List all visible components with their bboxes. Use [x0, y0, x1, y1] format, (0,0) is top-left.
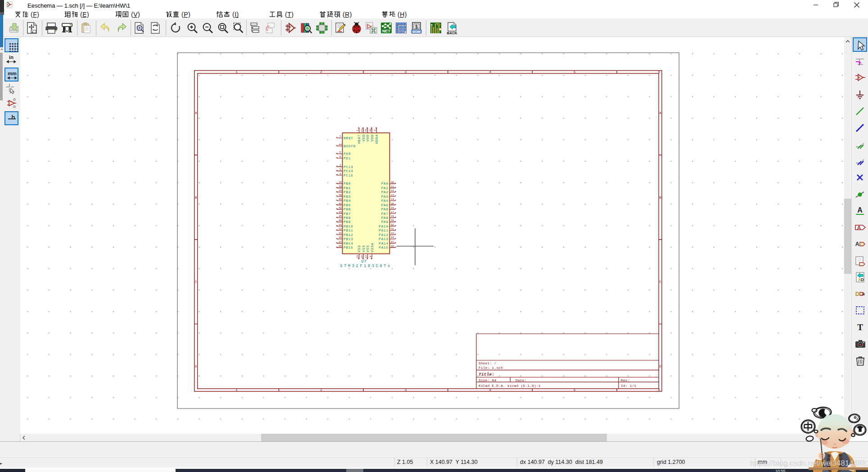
- svg-text:PD1: PD1: [344, 157, 351, 160]
- svg-text:VBAT: VBAT: [357, 134, 361, 144]
- svg-text:1: 1: [235, 388, 238, 392]
- svg-text:20: 20: [339, 189, 342, 192]
- svg-text:PB12: PB12: [344, 233, 353, 237]
- svg-text:48: 48: [369, 129, 372, 132]
- svg-text:KiCad E.D.A. kicad (5.1.8)-1: KiCad E.D.A. kicad (5.1.8)-1: [479, 384, 541, 388]
- svg-text:19: 19: [339, 185, 342, 188]
- svg-text:(V): (V): [131, 11, 140, 18]
- svg-text:12: 12: [391, 189, 394, 192]
- svg-text:PB11: PB11: [344, 229, 353, 232]
- svg-text:24: 24: [361, 129, 364, 132]
- svg-text:A: A: [857, 224, 861, 231]
- svg-text:34: 34: [391, 236, 394, 239]
- svg-text:10: 10: [391, 181, 394, 184]
- svg-text:PB13: PB13: [344, 237, 353, 241]
- svg-text:STM32F103C8Tx: STM32F103C8Tx: [340, 264, 391, 268]
- svg-text:Id: 1/1: Id: 1/1: [621, 384, 637, 388]
- svg-text:PA14: PA14: [379, 242, 389, 245]
- svg-text:PA0: PA0: [381, 182, 389, 186]
- svg-text:A: A: [195, 111, 197, 115]
- svg-text:PD0: PD0: [344, 152, 351, 156]
- svg-text:Title:: Title:: [479, 372, 494, 377]
- svg-text:PB1: PB1: [344, 186, 351, 190]
- svg-text:Date:: Date:: [515, 379, 527, 382]
- svg-text:PB3: PB3: [344, 195, 351, 199]
- svg-text:(P): (P): [181, 11, 190, 18]
- svg-text:(E): (E): [80, 11, 89, 18]
- svg-text:41: 41: [339, 202, 342, 205]
- svg-text:BOOT0: BOOT0: [344, 145, 356, 148]
- svg-text:29: 29: [391, 215, 394, 218]
- svg-text:PA11: PA11: [379, 229, 389, 232]
- svg-text:A: A: [659, 111, 661, 115]
- svg-text:14: 14: [391, 198, 394, 201]
- svg-text:PA6: PA6: [381, 208, 389, 211]
- svg-text:4: 4: [489, 70, 491, 74]
- svg-text:47: 47: [365, 255, 368, 259]
- svg-text:PA7: PA7: [381, 212, 389, 216]
- svg-text:VDD: VDD: [362, 134, 366, 141]
- svg-text:22: 22: [339, 227, 342, 231]
- svg-text:D: D: [855, 291, 859, 297]
- svg-text:C: C: [195, 280, 197, 284]
- svg-text:NET: NET: [382, 29, 391, 33]
- svg-text:D: D: [659, 365, 661, 368]
- svg-text:3: 3: [405, 388, 407, 392]
- svg-text:4: 4: [489, 388, 491, 392]
- svg-text:PA4: PA4: [381, 199, 389, 203]
- svg-text:(T): (T): [285, 11, 294, 18]
- svg-text:D: D: [195, 365, 197, 368]
- svg-text:26: 26: [339, 236, 342, 239]
- svg-text:A: A: [857, 206, 863, 214]
- svg-text:3: 3: [405, 70, 407, 74]
- svg-text:18: 18: [339, 181, 342, 184]
- svg-text:2: 2: [320, 70, 322, 74]
- svg-text:PA12: PA12: [379, 233, 389, 237]
- svg-text:mm: mm: [8, 70, 17, 76]
- svg-text:PB2: PB2: [344, 191, 351, 194]
- svg-text:PA1: PA1: [381, 186, 389, 190]
- svg-text:5: 5: [574, 388, 576, 392]
- svg-text:30: 30: [391, 219, 394, 222]
- svg-text:PB15: PB15: [344, 246, 353, 250]
- svg-text:PB5: PB5: [344, 204, 351, 207]
- svg-text:2: 2: [320, 388, 322, 392]
- svg-text:32: 32: [391, 227, 394, 231]
- svg-text:1: 1: [356, 129, 359, 131]
- svg-text:VSS: VSS: [366, 245, 370, 252]
- svg-text:D: D: [861, 277, 864, 282]
- svg-text:27: 27: [339, 241, 342, 244]
- svg-text:A: A: [862, 292, 865, 296]
- svg-text:PB14: PB14: [344, 242, 353, 245]
- svg-text:28: 28: [339, 245, 342, 248]
- svg-text:VSSA: VSSA: [371, 243, 374, 253]
- svg-text:9: 9: [374, 129, 377, 131]
- svg-text:PA9: PA9: [381, 220, 389, 224]
- svg-text:BACK: BACK: [447, 31, 457, 35]
- svg-text:PA3: PA3: [381, 195, 389, 199]
- svg-text:13: 13: [391, 194, 394, 197]
- svg-text:37: 37: [391, 241, 394, 244]
- svg-text:PA8: PA8: [381, 216, 389, 220]
- svg-text:5: 5: [339, 151, 341, 154]
- svg-text:3: 3: [339, 168, 341, 171]
- svg-text:6: 6: [339, 155, 341, 159]
- svg-text:PB9: PB9: [344, 220, 351, 224]
- svg-text:Sheet: /: Sheet: /: [479, 362, 497, 365]
- svg-text:PB6: PB6: [344, 208, 351, 211]
- svg-text:PA13: PA13: [379, 237, 389, 241]
- svg-text:PA15: PA15: [379, 246, 389, 250]
- svg-text:23: 23: [356, 255, 359, 259]
- svg-text:36: 36: [365, 129, 368, 132]
- svg-text:6: 6: [658, 388, 660, 392]
- svg-text:46: 46: [339, 219, 342, 222]
- svg-text:C: C: [659, 280, 661, 284]
- svg-text:(F): (F): [31, 11, 39, 18]
- svg-text:PB8: PB8: [344, 216, 351, 220]
- svg-text:1: 1: [235, 70, 238, 74]
- svg-text:44: 44: [339, 143, 342, 146]
- svg-text:6: 6: [658, 70, 660, 74]
- svg-text:PB7: PB7: [344, 212, 351, 216]
- svg-text:16: 16: [391, 206, 394, 209]
- svg-text:21: 21: [339, 223, 342, 227]
